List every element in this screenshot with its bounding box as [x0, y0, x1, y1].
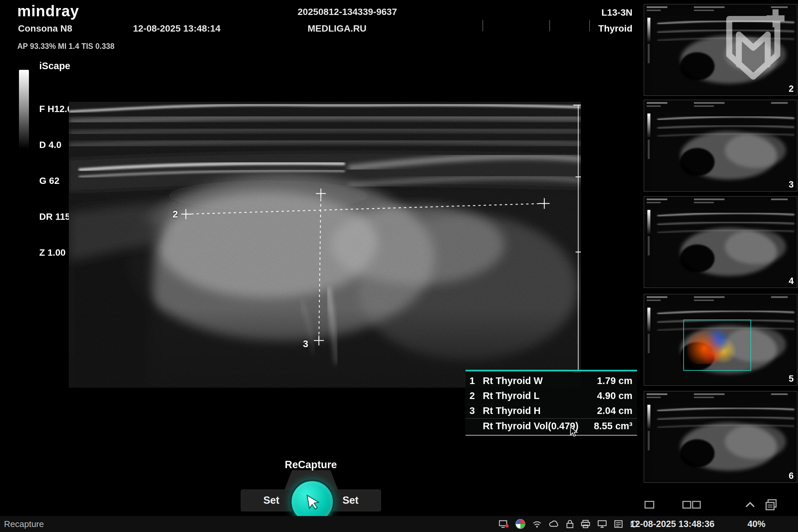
wifi-icon	[532, 520, 542, 528]
stack-icon[interactable]	[765, 499, 777, 510]
active-mode-label: Recapture	[4, 519, 44, 529]
imaging-params: F H12.0 D 4.0 G 62 DR 115 Z 1.00	[39, 79, 73, 271]
exam-preset: Thyroid	[598, 23, 632, 34]
thumbnail-image	[644, 100, 797, 191]
doppler-color-overlay	[687, 325, 744, 364]
caliper-label-2: 2	[173, 209, 178, 220]
measurement-index: 1	[470, 375, 483, 386]
measurement-value: 4.90 cm	[597, 391, 632, 401]
measurement-value: 2.04 cm	[597, 405, 632, 416]
brand-logo: mindray	[17, 2, 79, 20]
measurement-value: 8.55 cm³	[594, 421, 632, 432]
imaging-mode-label: iScape	[39, 60, 71, 72]
thumbnail-image	[644, 196, 797, 288]
facility-name: MEDLIGA.RU	[307, 23, 366, 34]
measurement-row-volume: Rt Thyroid Vol(0.479) 8.55 cm³	[466, 418, 637, 434]
header-divider	[589, 20, 590, 31]
measurement-index: 3	[470, 405, 483, 416]
color-disc-icon	[515, 519, 525, 529]
mouse-cursor	[569, 426, 579, 438]
param-zoom: Z 1.00	[39, 247, 73, 259]
ultrasound-image[interactable]: 2 3	[69, 102, 581, 388]
exam-datetime: 12-08-2025 13:48:14	[133, 23, 221, 34]
param-gain: G 62	[39, 175, 73, 187]
recapture-button[interactable]: ReCapture	[263, 459, 359, 471]
thumbnail-3[interactable]: 3	[644, 100, 797, 191]
battery-percent: 40%	[747, 519, 765, 529]
thumbnail-number: 4	[789, 276, 794, 286]
measurement-label: Rt Thyroid H	[483, 405, 597, 416]
grayscale-bar	[19, 70, 29, 149]
task-list-icon	[614, 520, 623, 528]
param-dynamic-range: DR 115	[39, 211, 73, 223]
system-model: Consona N8	[18, 23, 72, 34]
measurement-results-panel: 1 Rt Thyroid W 1.79 cm 2 Rt Thyroid L 4.…	[466, 370, 637, 436]
collapse-icon[interactable]	[744, 501, 756, 509]
thumbnail-number: 5	[789, 374, 794, 384]
caliper-line-vertical	[319, 193, 321, 341]
thumbnail-number: 6	[789, 471, 794, 481]
thumbnail-2[interactable]: 2	[644, 4, 797, 96]
cloud-icon	[549, 520, 559, 528]
thumbnail-image	[644, 4, 797, 95]
single-frame-icon[interactable]	[644, 500, 655, 510]
exam-id: 20250812-134339-9637	[298, 7, 397, 17]
measurement-row: 1 Rt Thyroid W 1.79 cm	[466, 374, 637, 388]
screen-transfer-icon	[499, 520, 509, 528]
thumbnail-6[interactable]: 6	[644, 391, 797, 483]
depth-ruler	[573, 105, 581, 373]
status-icons	[499, 519, 639, 529]
param-depth: D 4.0	[39, 139, 73, 151]
measurement-row: 3 Rt Thyroid H 2.04 cm	[466, 403, 637, 418]
thumbnail-view-controls	[644, 495, 797, 515]
thumbnail-number: 3	[789, 179, 794, 190]
status-bar: Recapture 12-08-2025 13:48:36 40%	[0, 516, 798, 532]
status-datetime: 12-08-2025 13:48:36	[630, 519, 715, 529]
printer-icon	[581, 520, 590, 528]
lock-icon	[566, 519, 574, 529]
header-divider	[549, 20, 550, 31]
measurement-index: 2	[470, 391, 483, 401]
measurement-label: Rt Thyroid L	[483, 391, 597, 401]
param-frequency: F H12.0	[39, 103, 73, 115]
pointer-arrow-icon	[303, 493, 321, 511]
measurement-label: Rt Thyroid W	[483, 375, 597, 386]
thumbnail-number: 2	[789, 84, 794, 94]
measurement-row: 2 Rt Thyroid L 4.90 cm	[466, 388, 637, 403]
header-divider	[482, 20, 483, 31]
thumbnail-4[interactable]: 4	[644, 196, 797, 288]
thumbnail-image	[644, 391, 797, 482]
transducer-name: L13-3N	[602, 7, 632, 18]
caliper-overlay	[69, 102, 581, 388]
monitor-icon	[597, 520, 607, 528]
thumbnail-5[interactable]: 5	[644, 294, 797, 386]
caliper-crosses	[181, 189, 550, 345]
caliper-label-3: 3	[303, 339, 308, 349]
caliper-line-horizontal	[186, 204, 544, 214]
measurement-value: 1.79 cm	[597, 375, 632, 386]
acoustic-output-readout: AP 93.33% MI 1.4 TIS 0.338	[17, 42, 114, 51]
dual-frame-icon[interactable]	[682, 500, 701, 510]
